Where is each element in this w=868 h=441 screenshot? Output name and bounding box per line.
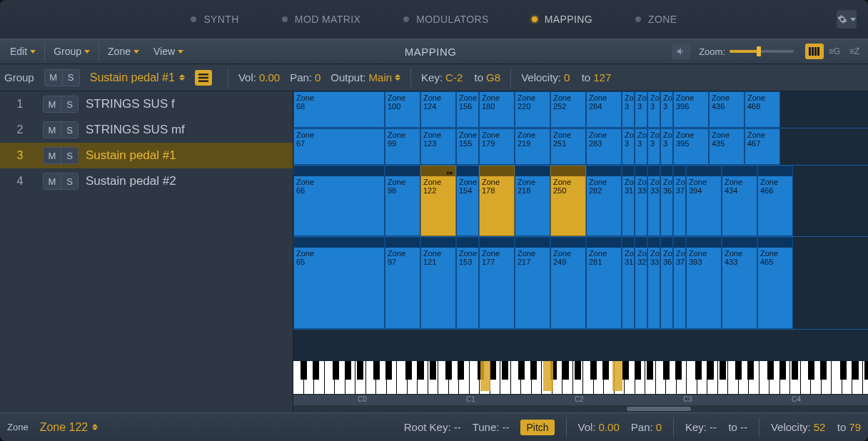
zone-cell[interactable]: Zone 154 <box>456 166 479 236</box>
group-list-view-icon[interactable]: ≡G <box>825 44 844 59</box>
tab-mod-matrix[interactable]: MOD MATRIX <box>282 14 360 25</box>
footer-volume[interactable]: Vol: 0.00 <box>578 421 620 433</box>
zone-cell[interactable]: Zone 394 <box>686 166 722 236</box>
group-mute-button[interactable]: M <box>44 173 61 189</box>
footer-pitch-button[interactable]: Pitch <box>520 420 554 435</box>
zone-list-view-icon[interactable]: ≡Z <box>845 44 864 59</box>
zone-cell[interactable]: Zone 329 <box>635 237 647 329</box>
zone-cell[interactable]: Zone 377 <box>673 237 686 329</box>
zone-cell[interactable]: Zone 68 <box>293 91 385 128</box>
zone-cell[interactable]: Zone 250 <box>550 166 586 236</box>
group-output[interactable]: Output: Main <box>330 71 400 83</box>
zone-cell[interactable]: Zone 3 <box>660 91 673 128</box>
footer-pan[interactable]: Pan: 0 <box>631 421 662 433</box>
zone-cell[interactable]: Zone 249 <box>550 237 586 329</box>
settings-gear-button[interactable] <box>837 10 857 29</box>
group-solo-button[interactable]: S <box>61 148 78 163</box>
group-row[interactable]: 4MSSustain pedal #2 <box>0 168 293 194</box>
zone-cell[interactable]: Zone 434 <box>722 166 757 236</box>
mapping-view-icon[interactable] <box>805 44 824 59</box>
zone-cell[interactable]: Zone 217 <box>515 237 550 329</box>
footer-tune[interactable]: Tune: -- <box>473 421 510 433</box>
horizontal-scrollbar[interactable] <box>293 405 868 412</box>
zone-cell[interactable]: Zone 67 <box>293 128 385 165</box>
zone-cell[interactable]: Zone 337 <box>647 237 660 329</box>
edit-menu[interactable]: Edit <box>4 43 41 60</box>
tab-zone[interactable]: ZONE <box>635 14 677 25</box>
zone-cell[interactable]: Zone 99 <box>385 128 420 165</box>
zone-cell[interactable]: Zone 313 <box>622 237 635 329</box>
zone-cell[interactable]: Zone 3 <box>647 128 660 165</box>
zone-cell[interactable]: Zone 3 <box>635 128 647 165</box>
tab-synth[interactable]: SYNTH <box>191 14 238 25</box>
zone-cell[interactable]: Zone 465 <box>757 237 793 329</box>
zone-cell[interactable]: Zone 362 <box>660 166 673 236</box>
zone-cell[interactable]: Zone 330 <box>635 166 647 236</box>
zone-cell[interactable]: Zone 468 <box>745 91 780 128</box>
group-mute-button[interactable]: M <box>44 148 61 163</box>
keyboard-ruler[interactable]: C0C1C2C3C4 <box>293 361 868 405</box>
zone-cell[interactable]: Zone 378 <box>673 166 686 236</box>
zone-cell[interactable]: Zone 314 <box>622 166 635 236</box>
zone-cell[interactable]: Zone 218 <box>515 166 550 236</box>
group-pan[interactable]: Pan: 0 <box>290 71 321 83</box>
zone-cell[interactable]: Zone 122⇔ <box>420 166 456 236</box>
group-volume[interactable]: Vol: 0.00 <box>238 71 280 83</box>
group-row[interactable]: 1MSSTRINGS SUS f <box>0 91 293 117</box>
group-solo-button[interactable]: S <box>61 173 78 189</box>
footer-velocity-range[interactable]: Velocity: 52 to 79 <box>771 421 861 433</box>
zone-cell[interactable]: Zone 436 <box>709 91 745 128</box>
zone-cell[interactable]: Zone 156 <box>456 91 479 128</box>
audition-button[interactable] <box>672 44 690 59</box>
group-mute-button[interactable]: M <box>45 70 62 86</box>
group-row[interactable]: 3MSSustain pedal #1 <box>0 143 293 168</box>
zone-cell[interactable]: Zone 435 <box>709 128 745 165</box>
zone-cell[interactable]: Zone 283 <box>586 128 622 165</box>
group-solo-button[interactable]: S <box>62 70 79 86</box>
group-mute-button[interactable]: M <box>44 122 61 138</box>
zoom-slider[interactable] <box>730 50 794 53</box>
zone-cell[interactable]: Zone 3 <box>635 91 647 128</box>
group-key-range[interactable]: Key: C-2 to G8 <box>421 71 500 83</box>
zone-cell[interactable]: Zone 396 <box>673 91 709 128</box>
group-mute-button[interactable]: M <box>44 96 61 112</box>
footer-zone-selector[interactable]: Zone 122 <box>40 421 99 434</box>
zone-cell[interactable]: Zone 123 <box>420 128 456 165</box>
zone-menu[interactable]: Zone <box>102 43 145 60</box>
zone-cell[interactable]: Zone 3 <box>622 128 635 165</box>
zone-cell[interactable]: Zone 361 <box>660 237 673 329</box>
zone-cell[interactable]: Zone 252 <box>550 91 586 128</box>
zone-cell[interactable]: Zone 155 <box>456 128 479 165</box>
zone-cell[interactable]: Zone 3 <box>622 91 635 128</box>
group-velocity-range[interactable]: Velocity: 0 to 127 <box>521 71 611 83</box>
zone-grid[interactable]: Zone 68Zone 100Zone 124Zone 156Zone 180Z… <box>293 91 868 361</box>
zone-cell[interactable]: Zone 180 <box>479 91 515 128</box>
zone-cell[interactable]: Zone 153 <box>456 237 479 329</box>
zone-cell[interactable]: Zone 97 <box>385 237 420 329</box>
zone-cell[interactable]: Zone 3 <box>647 91 660 128</box>
zone-cell[interactable]: Zone 98 <box>385 166 420 236</box>
zone-cell[interactable]: Zone 219 <box>515 128 550 165</box>
zone-cell[interactable]: Zone 121 <box>420 237 456 329</box>
view-menu[interactable]: View <box>148 43 189 60</box>
footer-root-key[interactable]: Root Key: -- <box>404 421 461 433</box>
zone-cell[interactable]: Zone 177 <box>479 237 515 329</box>
group-row[interactable]: 2MSSTRINGS SUS mf <box>0 117 293 143</box>
zone-cell[interactable]: Zone 66 <box>293 166 385 236</box>
footer-key-range[interactable]: Key: -- to -- <box>685 421 747 433</box>
tab-mapping[interactable]: MAPPING <box>532 14 592 25</box>
zone-cell[interactable]: Zone 395 <box>673 128 709 165</box>
zone-cell[interactable]: Zone 393 <box>686 237 722 329</box>
group-list-toggle[interactable] <box>195 70 212 86</box>
group-menu[interactable]: Group <box>48 43 96 60</box>
zone-cell[interactable]: Zone 284 <box>586 91 622 128</box>
zone-cell[interactable]: Zone 433 <box>722 237 757 329</box>
group-solo-button[interactable]: S <box>61 122 78 138</box>
zone-cell[interactable]: Zone 466 <box>757 166 793 236</box>
tab-modulators[interactable]: MODULATORS <box>403 14 489 25</box>
zone-cell[interactable]: Zone 282 <box>586 166 622 236</box>
zone-cell[interactable]: Zone 65 <box>293 237 385 329</box>
zone-cell[interactable]: Zone 467 <box>745 128 780 165</box>
zone-cell[interactable]: Zone 251 <box>550 128 586 165</box>
zone-cell[interactable]: Zone 220 <box>515 91 550 128</box>
